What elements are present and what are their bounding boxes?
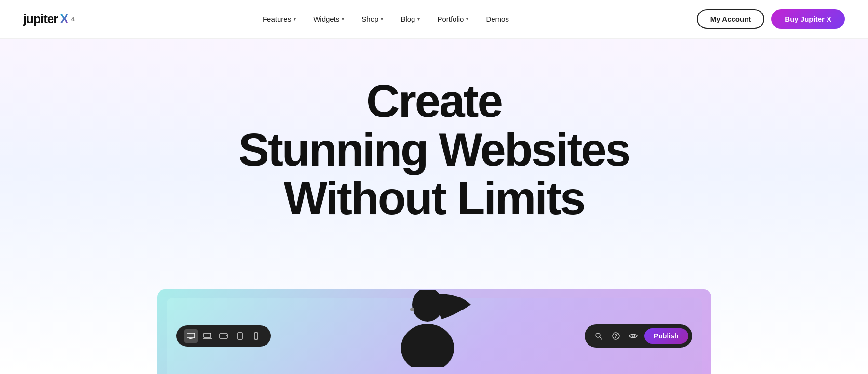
chevron-down-icon: ▾ [466, 16, 468, 22]
person-image [360, 290, 495, 367]
tablet-icon[interactable] [233, 329, 247, 343]
logo-text: jupiter [23, 12, 58, 26]
nav-item-blog[interactable]: Blog ▾ [394, 11, 427, 27]
nav-label-features: Features [263, 15, 291, 23]
nav-item-shop[interactable]: Shop ▾ [355, 11, 390, 27]
svg-point-18 [632, 335, 634, 337]
my-account-button[interactable]: My Account [697, 9, 764, 29]
chevron-down-icon: ▾ [381, 16, 383, 22]
main-nav: Features ▾ Widgets ▾ Shop ▾ Blog ▾ Portf… [256, 11, 516, 27]
svg-rect-3 [204, 333, 211, 337]
chevron-down-icon: ▾ [417, 16, 420, 22]
svg-point-10 [256, 338, 257, 339]
chevron-down-icon: ▾ [294, 16, 296, 22]
nav-label-portfolio: Portfolio [437, 15, 464, 23]
nav-label-blog: Blog [401, 15, 415, 23]
help-icon[interactable]: ? [610, 330, 622, 342]
editor-preview: ? Publish [157, 289, 711, 374]
header-actions: My Account Buy Jupiter X [697, 9, 845, 29]
desktop-icon[interactable] [184, 329, 198, 343]
chevron-down-icon: ▾ [342, 16, 344, 22]
svg-rect-0 [187, 333, 195, 338]
hero-title-line2: Stunning Websites [239, 124, 629, 175]
nav-item-features[interactable]: Features ▾ [256, 11, 303, 27]
hero-title-line1: Create [366, 75, 502, 127]
mobile-icon[interactable] [250, 329, 263, 343]
header: jupiterX4 Features ▾ Widgets ▾ Shop ▾ Bl… [0, 0, 868, 39]
hero-section: Create Stunning Websites Without Limits [0, 39, 868, 374]
editor-content [271, 305, 585, 367]
tablet-landscape-icon[interactable] [217, 329, 230, 343]
nav-label-widgets: Widgets [313, 15, 339, 23]
svg-text:?: ? [614, 334, 617, 339]
svg-line-15 [600, 337, 602, 339]
svg-point-6 [226, 335, 227, 336]
hero-title: Create Stunning Websites Without Limits [239, 77, 629, 222]
publish-button[interactable]: Publish [644, 328, 688, 344]
nav-item-portfolio[interactable]: Portfolio ▾ [430, 11, 475, 27]
nav-label-demos: Demos [486, 15, 509, 23]
nav-label-shop: Shop [361, 15, 378, 23]
nav-item-demos[interactable]: Demos [479, 11, 516, 27]
editor-toolbar-bar: ? Publish [167, 298, 702, 374]
svg-point-8 [240, 338, 240, 339]
laptop-icon[interactable] [200, 329, 214, 343]
logo[interactable]: jupiterX4 [23, 12, 75, 26]
svg-point-12 [401, 324, 454, 367]
logo-x: X [60, 12, 68, 26]
svg-point-13 [410, 308, 414, 311]
hero-title-line3: Without Limits [284, 172, 585, 224]
right-toolbar: ? Publish [585, 324, 692, 348]
nav-item-widgets[interactable]: Widgets ▾ [307, 11, 351, 27]
device-toolbar [176, 325, 271, 347]
search-icon[interactable] [592, 330, 605, 342]
eye-icon[interactable] [627, 330, 640, 342]
logo-superscript: 4 [71, 15, 75, 23]
buy-button[interactable]: Buy Jupiter X [771, 9, 845, 29]
